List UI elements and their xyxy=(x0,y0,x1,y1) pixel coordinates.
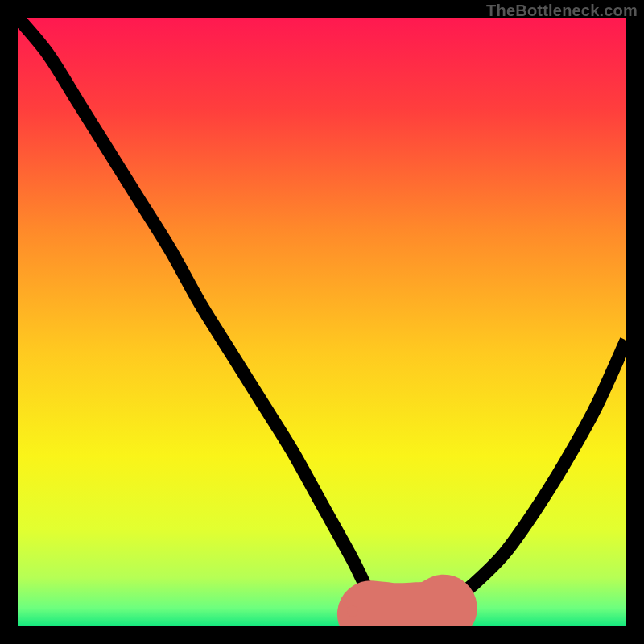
optimal-range-dot xyxy=(347,605,358,617)
heat-background xyxy=(18,18,626,626)
watermark-text: TheBottleneck.com xyxy=(486,2,638,20)
chart-frame: TheBottleneck.com xyxy=(0,0,644,644)
bottleneck-chart-svg xyxy=(18,18,626,626)
plot-area xyxy=(18,18,626,626)
optimal-range-highlight xyxy=(370,608,444,617)
